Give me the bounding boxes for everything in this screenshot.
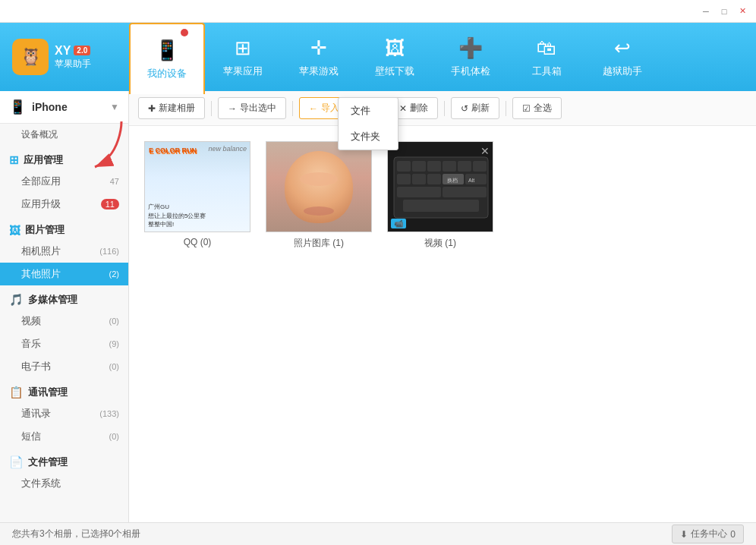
dropdown-item-file[interactable]: 文件: [339, 98, 398, 124]
contacts-management-label: 通讯管理: [28, 386, 68, 399]
content-area: ✚ 新建相册 → 导出选中 ← 导入到手机 ✕ 删除 ↺ 刷新: [129, 91, 756, 522]
logo-text: XY 2.0 苹果助手: [55, 44, 91, 71]
toolbar-sep-5: [506, 101, 506, 116]
minimize-button[interactable]: ─: [698, 4, 713, 19]
svg-rect-10: [427, 174, 441, 184]
statusbar: 您共有3个相册，已选择0个相册 ⬇ 任务中心 0: [0, 522, 756, 545]
jailbreak-icon: ↩: [614, 36, 631, 60]
nav-toolbox-label: 工具箱: [532, 65, 562, 78]
videos-label: 视频: [21, 314, 41, 328]
sidebar-item-file-system[interactable]: 文件系统: [0, 472, 128, 495]
baby-eyes: [300, 172, 338, 186]
topbar: 🦉 XY 2.0 苹果助手 📱 我的设备 ⊞ 苹果应用 ✛ 苹果游戏 🖼 壁纸下…: [0, 23, 756, 91]
baby-thumb-bg: [266, 142, 371, 232]
select-all-label: 全选: [534, 102, 552, 115]
app-name: XY: [55, 44, 71, 58]
delete-icon: ✕: [399, 103, 407, 114]
new-album-label: 新建相册: [159, 102, 195, 115]
maximize-button[interactable]: □: [717, 4, 732, 19]
logo-area: 🦉 XY 2.0 苹果助手: [0, 39, 129, 75]
toolbar: ✚ 新建相册 → 导出选中 ← 导入到手机 ✕ 删除 ↺ 刷新: [129, 91, 756, 126]
dropdown-item-folder[interactable]: 文件夹: [339, 124, 398, 150]
export-selected-button[interactable]: → 导出选中: [218, 97, 286, 119]
media-management-label: 多媒体管理: [28, 293, 77, 307]
app-management-label: 应用管理: [24, 153, 63, 167]
close-button[interactable]: ✕: [735, 4, 750, 19]
device-icon: 📱: [9, 99, 26, 115]
file-management-icon: 📄: [9, 455, 24, 469]
my-device-icon: 📱: [155, 39, 179, 62]
svg-text:换档: 换档: [447, 178, 458, 183]
sidebar-section-photo-management: 🖼 图片管理: [0, 216, 128, 240]
nav-apple-games[interactable]: ✛ 苹果游戏: [281, 23, 357, 91]
sidebar-section-contacts-management: 📋 通讯管理: [0, 378, 128, 402]
ebooks-count: (0): [109, 362, 119, 371]
new-album-button[interactable]: ✚ 新建相册: [138, 97, 205, 119]
toolbar-sep-2: [292, 101, 293, 116]
svg-rect-9: [412, 174, 426, 184]
qq-city-desc: 广州GU想让上最拉的5公里赛整整中国!: [148, 203, 206, 228]
task-count: 0: [730, 529, 736, 540]
video-cam-badge: 📹: [391, 219, 406, 228]
logo-icon: 🦉: [12, 39, 49, 75]
photo-management-label: 图片管理: [25, 223, 65, 237]
sidebar-section-file-management: 📄 文件管理: [0, 448, 128, 472]
baby-face: [285, 151, 353, 223]
sidebar-item-contacts[interactable]: 通讯录 (133): [0, 402, 128, 425]
titlebar: ─ □ ✕: [0, 0, 756, 23]
nav-jailbreak[interactable]: ↩ 越狱助手: [584, 23, 660, 91]
version-badge: 2.0: [74, 46, 90, 55]
qq-thumb-content: E COLOR RUN new balance 广州GU想让上最拉的5公里赛整整…: [145, 142, 250, 232]
sidebar-item-ebooks[interactable]: 电子书 (0): [0, 355, 128, 378]
refresh-icon: ↺: [461, 103, 468, 114]
sidebar-item-other-photos[interactable]: 其他照片 (2): [0, 263, 128, 285]
sidebar-item-music[interactable]: 音乐 (9): [0, 332, 128, 355]
nav-my-device-label: 我的设备: [147, 67, 187, 80]
photo-item-library[interactable]: 照片图库 (1): [266, 141, 372, 250]
nav-jailbreak-label: 越狱助手: [603, 65, 642, 78]
select-all-button[interactable]: ☑ 全选: [512, 97, 562, 119]
task-center-label: 任务中心: [691, 528, 727, 540]
sidebar-item-messages[interactable]: 短信 (0): [0, 425, 128, 448]
nav-health-check[interactable]: ➕ 手机体检: [433, 23, 509, 91]
sidebar: 📱 iPhone ▼ 设备概况 ⊞ 应用管理 全部应用 47 应用升级 11 🖼…: [0, 91, 129, 522]
sidebar-item-app-upgrade[interactable]: 应用升级 11: [0, 193, 128, 216]
svg-rect-17: [403, 200, 479, 212]
apple-apps-icon: ⊞: [235, 36, 251, 60]
all-apps-count: 47: [110, 177, 119, 186]
photo-item-qq[interactable]: E COLOR RUN new balance 广州GU想让上最拉的5公里赛整整…: [144, 141, 250, 250]
svg-rect-7: [473, 161, 487, 172]
sidebar-section-app-management: ⊞ 应用管理: [0, 146, 128, 170]
svg-rect-5: [443, 161, 456, 172]
photo-item-videos[interactable]: 换档 Alt ✕ 📹 视频 (1): [387, 141, 493, 250]
nav-wallpaper[interactable]: 🖼 壁纸下载: [357, 23, 433, 91]
nav-apple-apps[interactable]: ⊞ 苹果应用: [205, 23, 281, 91]
qq-album-label: QQ (0): [184, 237, 212, 247]
svg-rect-16: [443, 187, 487, 197]
nav-toolbox[interactable]: 🛍 工具箱: [509, 23, 584, 91]
music-label: 音乐: [21, 337, 41, 351]
select-all-icon: ☑: [522, 103, 531, 114]
nav-apple-apps-label: 苹果应用: [223, 65, 263, 78]
other-photos-label: 其他照片: [21, 267, 61, 281]
svg-rect-3: [412, 161, 426, 172]
task-center-button[interactable]: ⬇ 任务中心 0: [672, 525, 744, 543]
sidebar-device-overview[interactable]: 设备概况: [0, 124, 128, 146]
toolbar-sep-4: [444, 101, 445, 116]
download-icon: ⬇: [680, 529, 688, 540]
nav-my-device[interactable]: 📱 我的设备: [129, 23, 205, 94]
music-count: (9): [109, 339, 119, 348]
sidebar-device[interactable]: 📱 iPhone ▼: [0, 91, 128, 124]
refresh-button[interactable]: ↺ 刷新: [451, 97, 499, 119]
main-layout: 📱 iPhone ▼ 设备概况 ⊞ 应用管理 全部应用 47 应用升级 11 🖼…: [0, 91, 756, 522]
sidebar-item-videos[interactable]: 视频 (0): [0, 310, 128, 332]
all-apps-label: 全部应用: [21, 175, 61, 188]
app-upgrade-badge: 11: [101, 199, 119, 209]
messages-label: 短信: [21, 430, 41, 443]
export-icon: →: [228, 103, 237, 114]
photo-grid: E COLOR RUN new balance 广州GU想让上最拉的5公里赛整整…: [129, 126, 756, 522]
sidebar-item-all-apps[interactable]: 全部应用 47: [0, 170, 128, 193]
toolbar-sep-1: [211, 101, 212, 116]
sidebar-item-camera-photos[interactable]: 相机照片 (116): [0, 240, 128, 263]
nav-items: 📱 我的设备 ⊞ 苹果应用 ✛ 苹果游戏 🖼 壁纸下载 ➕ 手机体检 🛍 工具箱…: [129, 23, 756, 91]
